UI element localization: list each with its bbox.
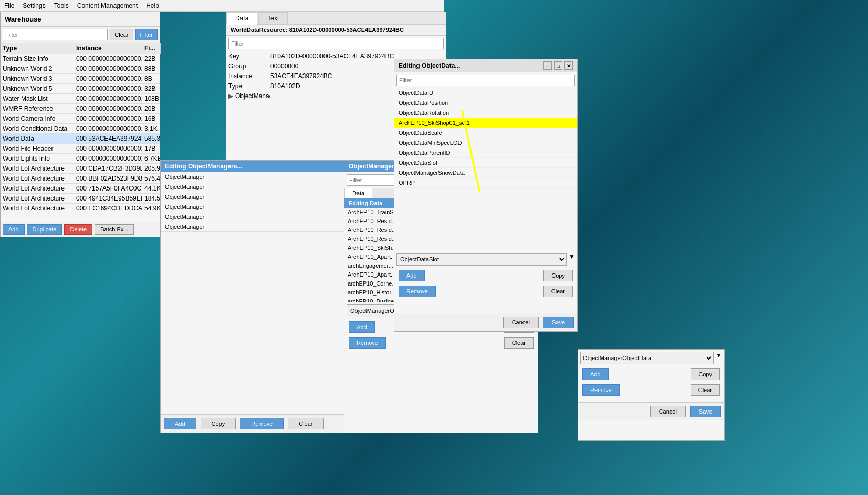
col-type: Type bbox=[1, 43, 74, 54]
table-row[interactable]: Unknown World 2000 000000000000000188B bbox=[1, 64, 160, 74]
tab-row: Data Text bbox=[226, 12, 446, 25]
tab-data[interactable]: Data bbox=[226, 12, 257, 25]
list-item[interactable]: ObjectManager bbox=[161, 212, 354, 222]
lower-dropdown[interactable]: ObjectManagerObjectData bbox=[580, 352, 714, 364]
eod-btn-row-2: Remove Clear bbox=[394, 283, 577, 299]
om-add-button[interactable]: Add bbox=[349, 321, 375, 333]
data-filter-input[interactable] bbox=[228, 38, 444, 49]
om-tab-data[interactable]: Data bbox=[344, 188, 372, 198]
list-item[interactable]: ObjectDataScale bbox=[394, 128, 577, 138]
editing-obj-managers-panel: Editing ObjectManagers... ObjectManager … bbox=[160, 160, 354, 433]
om-remove-button[interactable]: Remove bbox=[349, 337, 386, 349]
lower-add-button[interactable]: Add bbox=[582, 368, 609, 380]
maximize-button[interactable]: □ bbox=[554, 61, 562, 70]
list-item[interactable]: ObjectManager bbox=[161, 202, 354, 212]
eod-btn-row-1: Add Copy bbox=[394, 268, 577, 283]
eod-copy-button[interactable]: Copy bbox=[543, 270, 573, 281]
warehouse-clear-button[interactable]: Clear bbox=[110, 29, 133, 40]
col-instance: Instance bbox=[74, 43, 142, 54]
table-row[interactable]: World Camera Info000 000000000000000116B bbox=[1, 114, 160, 124]
warehouse-filter-button[interactable]: Filter bbox=[135, 29, 158, 40]
editing-objectdata-title: Editing ObjectData... ─ □ ✕ bbox=[394, 59, 577, 72]
warehouse-title: Warehouse bbox=[1, 12, 160, 27]
menu-help[interactable]: Help bbox=[142, 1, 163, 10]
list-item[interactable]: ObjectManager bbox=[161, 192, 354, 202]
list-item[interactable]: OPRP bbox=[394, 178, 577, 188]
list-item-highlighted[interactable]: ArchEP10_SkiShop01_set1 bbox=[394, 118, 577, 128]
obj-managers-list[interactable]: ObjectManager ObjectManager ObjectManage… bbox=[161, 172, 354, 356]
eod-clear-button[interactable]: Clear bbox=[543, 286, 573, 297]
eod-remove-button[interactable]: Remove bbox=[399, 286, 436, 297]
tab-text[interactable]: Text bbox=[258, 12, 288, 24]
lower-copy-button[interactable]: Copy bbox=[691, 368, 720, 380]
table-row[interactable]: World Lot Architecture000 BBF02AD523F9D8… bbox=[1, 174, 160, 184]
warehouse-bottom-bar: Add Duplicate Delete Batch Ex... bbox=[1, 222, 160, 237]
warehouse-table-body[interactable]: Terrain Size Info000 000000000000000122B… bbox=[1, 54, 160, 212]
menu-bar: File Settings Tools Content Management H… bbox=[0, 0, 444, 12]
close-button[interactable]: ✕ bbox=[564, 61, 573, 70]
list-item[interactable]: ObjectManager bbox=[161, 182, 354, 192]
table-row[interactable]: WMRF Reference000 000000000000000120B bbox=[1, 104, 160, 114]
eod-filter-input[interactable] bbox=[396, 75, 575, 86]
warehouse-table-header: Type Instance Fi... bbox=[1, 43, 160, 54]
menu-file[interactable]: File bbox=[0, 1, 18, 10]
om-clear-button[interactable]: Clear bbox=[504, 337, 534, 349]
obj-managers-bottom-bar: Add Copy Remove Clear bbox=[161, 414, 354, 433]
table-row[interactable]: World Lot Architecture000 CDA17CB2F3D39B… bbox=[1, 164, 160, 174]
table-row[interactable]: World Lot Architecture000 7157A5F0FA4C0C… bbox=[1, 184, 160, 194]
warehouse-duplicate-button[interactable]: Duplicate bbox=[27, 224, 62, 235]
warehouse-add-button[interactable]: Add bbox=[3, 224, 25, 235]
table-row[interactable]: World Conditional Data000 00000000000000… bbox=[1, 124, 160, 134]
window-controls: ─ □ ✕ bbox=[543, 61, 573, 70]
table-row[interactable]: Water Mask List000 0000000000000001108B bbox=[1, 94, 160, 104]
warehouse-filter-input[interactable] bbox=[3, 29, 108, 40]
warehouse-panel: Warehouse Clear Filter Type Instance Fi.… bbox=[0, 12, 160, 237]
table-row[interactable]: World Lights Info000 00000000000000016.7… bbox=[1, 154, 160, 164]
list-item[interactable]: ObjectManager bbox=[161, 172, 354, 182]
eod-save-button[interactable]: Save bbox=[543, 317, 574, 328]
obj-managers-copy-button[interactable]: Copy bbox=[201, 418, 236, 429]
list-item[interactable]: ObjectManagerSnowData bbox=[394, 168, 577, 178]
eod-dropdown-row: ObjectDataSlot ▼ bbox=[394, 251, 577, 268]
lower-cancel-button[interactable]: Cancel bbox=[650, 406, 686, 417]
col-file: Fi... bbox=[142, 43, 161, 54]
lower-clear-button[interactable]: Clear bbox=[691, 384, 720, 396]
lower-remove-button[interactable]: Remove bbox=[582, 384, 620, 396]
warehouse-delete-button[interactable]: Delete bbox=[64, 224, 92, 235]
menu-tools[interactable]: Tools bbox=[50, 1, 73, 10]
table-row-selected[interactable]: World Data000 53ACE4EA397924BC585.3... bbox=[1, 134, 160, 144]
list-item[interactable]: ObjectDataSlot bbox=[394, 158, 577, 168]
lower-btn-row-1: Add Copy bbox=[578, 366, 724, 382]
table-row[interactable]: World File Header000 000000000000000117B bbox=[1, 144, 160, 154]
menu-content-management[interactable]: Content Management bbox=[73, 1, 142, 10]
eod-cancel-button[interactable]: Cancel bbox=[503, 317, 539, 328]
list-item[interactable]: ObjectDataParentID bbox=[394, 148, 577, 158]
eod-add-button[interactable]: Add bbox=[399, 270, 425, 281]
om-btn-row-2: Remove Clear bbox=[344, 335, 538, 351]
minimize-button[interactable]: ─ bbox=[543, 61, 552, 70]
list-item[interactable]: ObjectDataID bbox=[394, 88, 577, 98]
list-item[interactable]: ObjectManager bbox=[161, 222, 354, 232]
table-row[interactable]: Unknown World 3000 00000000000000018B bbox=[1, 74, 160, 84]
table-row[interactable]: Unknown World 5000 000000000000000132B bbox=[1, 84, 160, 94]
list-item[interactable]: ObjectDataRotation bbox=[394, 108, 577, 118]
lower-save-button[interactable]: Save bbox=[690, 406, 721, 417]
lower-btn-row-2: Remove Clear bbox=[578, 382, 724, 398]
list-item[interactable]: ObjectDataPosition bbox=[394, 98, 577, 108]
lower-editing-panel: ObjectManagerObjectData ▼ Add Copy Remov… bbox=[578, 349, 725, 441]
list-item[interactable]: ObjectDataMinSpecLOD bbox=[394, 138, 577, 148]
lower-bottom-bar: Cancel Save bbox=[578, 402, 724, 420]
table-row[interactable]: Terrain Size Info000 000000000000000122B bbox=[1, 54, 160, 64]
warehouse-batch-button[interactable]: Batch Ex... bbox=[95, 224, 134, 235]
lower-dropdown-row: ObjectManagerObjectData ▼ bbox=[578, 350, 724, 366]
eod-bottom-bar: Cancel Save bbox=[394, 313, 577, 331]
table-row[interactable]: World Lot Architecture000 4941C34E95B59E… bbox=[1, 194, 160, 204]
eod-list[interactable]: ObjectDataID ObjectDataPosition ObjectDa… bbox=[394, 88, 577, 251]
obj-managers-remove-button[interactable]: Remove bbox=[240, 418, 284, 429]
editing-obj-managers-title: Editing ObjectManagers... bbox=[161, 161, 354, 172]
menu-settings[interactable]: Settings bbox=[18, 1, 49, 10]
table-row[interactable]: World Lot Architecture000 EC1694CDEDDCAC… bbox=[1, 204, 160, 212]
eod-dropdown[interactable]: ObjectDataSlot bbox=[396, 253, 567, 266]
obj-managers-clear-button[interactable]: Clear bbox=[288, 418, 323, 429]
obj-managers-add-button[interactable]: Add bbox=[164, 418, 196, 429]
